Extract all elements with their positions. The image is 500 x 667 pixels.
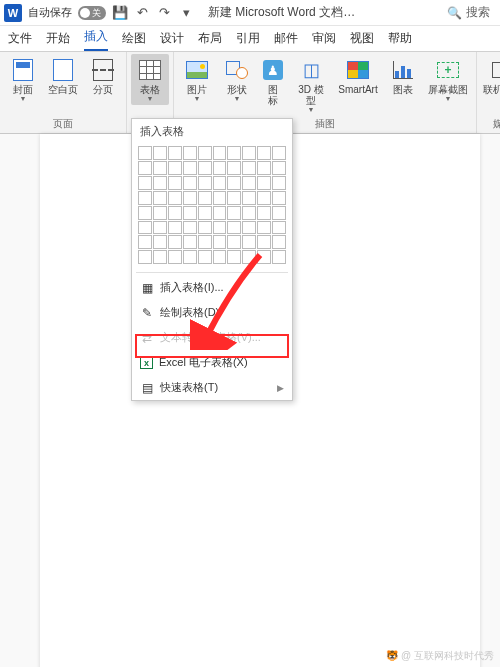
grid-cell[interactable] — [168, 250, 182, 264]
grid-cell[interactable] — [198, 146, 212, 160]
grid-cell[interactable] — [213, 191, 227, 205]
grid-cell[interactable] — [257, 250, 271, 264]
grid-cell[interactable] — [272, 146, 286, 160]
3d-models-button[interactable]: ◫ 3D 模 型 ▼ — [290, 54, 332, 116]
grid-cell[interactable] — [138, 161, 152, 175]
grid-cell[interactable] — [138, 250, 152, 264]
autosave-toggle[interactable]: 关 — [78, 6, 106, 20]
tab-view[interactable]: 视图 — [350, 26, 374, 51]
grid-cell[interactable] — [183, 235, 197, 249]
grid-cell[interactable] — [198, 206, 212, 220]
grid-cell[interactable] — [168, 176, 182, 190]
grid-cell[interactable] — [153, 176, 167, 190]
grid-cell[interactable] — [168, 221, 182, 235]
grid-cell[interactable] — [272, 161, 286, 175]
pictures-button[interactable]: 图片 ▼ — [178, 54, 216, 105]
grid-cell[interactable] — [183, 250, 197, 264]
grid-cell[interactable] — [257, 191, 271, 205]
grid-cell[interactable] — [242, 221, 256, 235]
grid-cell[interactable] — [198, 176, 212, 190]
grid-cell[interactable] — [198, 250, 212, 264]
grid-cell[interactable] — [198, 221, 212, 235]
search-box[interactable]: 🔍 搜索 — [441, 2, 496, 23]
grid-cell[interactable] — [198, 161, 212, 175]
tab-file[interactable]: 文件 — [8, 26, 32, 51]
tab-design[interactable]: 设计 — [160, 26, 184, 51]
grid-cell[interactable] — [198, 191, 212, 205]
grid-cell[interactable] — [138, 191, 152, 205]
undo-icon[interactable]: ↶ — [134, 5, 150, 21]
grid-cell[interactable] — [227, 235, 241, 249]
grid-cell[interactable] — [138, 221, 152, 235]
grid-cell[interactable] — [272, 221, 286, 235]
grid-cell[interactable] — [183, 146, 197, 160]
grid-cell[interactable] — [168, 206, 182, 220]
tab-review[interactable]: 审阅 — [312, 26, 336, 51]
menu-insert-table[interactable]: ▦ 插入表格(I)... — [132, 275, 292, 300]
grid-cell[interactable] — [272, 176, 286, 190]
grid-cell[interactable] — [183, 176, 197, 190]
grid-cell[interactable] — [153, 191, 167, 205]
grid-cell[interactable] — [168, 161, 182, 175]
grid-cell[interactable] — [257, 161, 271, 175]
smartart-button[interactable]: SmartArt — [334, 54, 382, 98]
tab-layout[interactable]: 布局 — [198, 26, 222, 51]
table-size-grid[interactable] — [132, 144, 292, 270]
grid-cell[interactable] — [213, 146, 227, 160]
screenshot-button[interactable]: 屏幕截图 ▼ — [424, 54, 472, 105]
grid-cell[interactable] — [153, 206, 167, 220]
cover-page-button[interactable]: 封面 ▼ — [4, 54, 42, 105]
tab-help[interactable]: 帮助 — [388, 26, 412, 51]
grid-cell[interactable] — [153, 161, 167, 175]
grid-cell[interactable] — [257, 206, 271, 220]
grid-cell[interactable] — [213, 206, 227, 220]
grid-cell[interactable] — [198, 235, 212, 249]
grid-cell[interactable] — [138, 235, 152, 249]
grid-cell[interactable] — [227, 176, 241, 190]
grid-cell[interactable] — [213, 221, 227, 235]
grid-cell[interactable] — [227, 221, 241, 235]
grid-cell[interactable] — [213, 250, 227, 264]
grid-cell[interactable] — [213, 235, 227, 249]
blank-page-button[interactable]: 空白页 — [44, 54, 82, 98]
grid-cell[interactable] — [272, 206, 286, 220]
qat-customize-icon[interactable]: ▾ — [178, 5, 194, 21]
grid-cell[interactable] — [153, 221, 167, 235]
grid-cell[interactable] — [153, 235, 167, 249]
grid-cell[interactable] — [257, 221, 271, 235]
grid-cell[interactable] — [242, 250, 256, 264]
grid-cell[interactable] — [272, 250, 286, 264]
tab-mailings[interactable]: 邮件 — [274, 26, 298, 51]
tab-home[interactable]: 开始 — [46, 26, 70, 51]
save-icon[interactable]: 💾 — [112, 5, 128, 21]
grid-cell[interactable] — [227, 191, 241, 205]
grid-cell[interactable] — [153, 250, 167, 264]
grid-cell[interactable] — [183, 221, 197, 235]
grid-cell[interactable] — [272, 235, 286, 249]
grid-cell[interactable] — [257, 235, 271, 249]
grid-cell[interactable] — [153, 146, 167, 160]
grid-cell[interactable] — [183, 161, 197, 175]
grid-cell[interactable] — [242, 146, 256, 160]
grid-cell[interactable] — [138, 176, 152, 190]
grid-cell[interactable] — [272, 191, 286, 205]
grid-cell[interactable] — [227, 206, 241, 220]
icons-button[interactable]: 图 标 — [258, 54, 288, 109]
grid-cell[interactable] — [227, 146, 241, 160]
menu-quick-tables[interactable]: ▤ 快速表格(T) ▶ — [132, 375, 292, 400]
grid-cell[interactable] — [213, 161, 227, 175]
grid-cell[interactable] — [138, 206, 152, 220]
grid-cell[interactable] — [183, 191, 197, 205]
grid-cell[interactable] — [168, 235, 182, 249]
grid-cell[interactable] — [183, 206, 197, 220]
menu-excel-spreadsheet[interactable]: x Excel 电子表格(X) — [132, 350, 292, 375]
grid-cell[interactable] — [227, 250, 241, 264]
grid-cell[interactable] — [168, 146, 182, 160]
tab-insert[interactable]: 插入 — [84, 24, 108, 51]
redo-icon[interactable]: ↷ — [156, 5, 172, 21]
grid-cell[interactable] — [257, 146, 271, 160]
grid-cell[interactable] — [242, 161, 256, 175]
tab-draw[interactable]: 绘图 — [122, 26, 146, 51]
grid-cell[interactable] — [242, 206, 256, 220]
page-break-button[interactable]: 分页 — [84, 54, 122, 98]
